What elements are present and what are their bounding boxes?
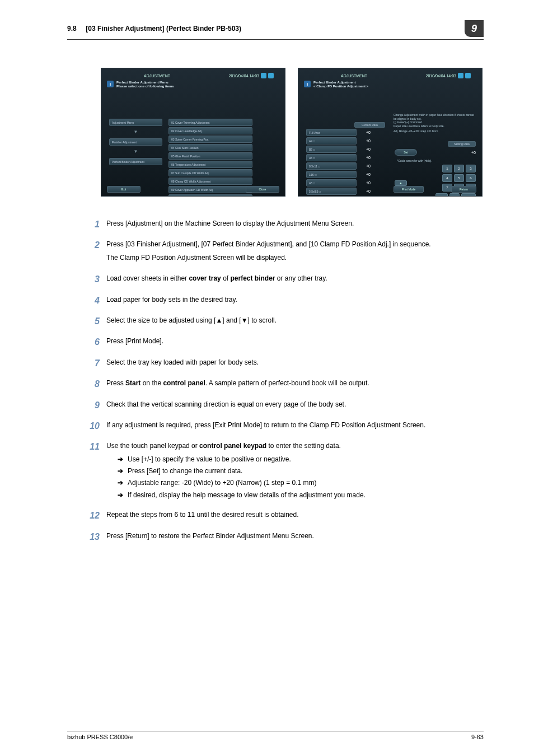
- keypad-key[interactable]: 3: [466, 165, 476, 172]
- set-button[interactable]: Set: [395, 149, 417, 156]
- step-text: Repeat the steps from 6 to 11 until the …: [106, 510, 299, 520]
- list-item[interactable]: 01 Cover Trimming Adjustment: [168, 119, 252, 126]
- set-row: Set +0: [395, 149, 476, 156]
- step-number: 8: [90, 379, 106, 391]
- list-item[interactable]: 04 Glue Start Position: [168, 144, 252, 151]
- step-body: Press [Print Mode].: [106, 337, 163, 349]
- info-icon: i: [107, 81, 114, 87]
- step-number: 3: [90, 274, 106, 287]
- size-button[interactable]: B5 □: [306, 146, 357, 153]
- help-line: Change Adjustment width in paper feed di…: [394, 113, 475, 120]
- table-row: 8.5x11 □+0: [306, 162, 390, 170]
- screen-bottom-bar: Exit Close: [107, 186, 279, 193]
- size-value: +0: [360, 172, 377, 176]
- keypad-key[interactable]: 2: [454, 165, 464, 172]
- screen-info: i Perfect Binder Adjustment < Clamp FD P…: [304, 81, 476, 88]
- table-row: B5 □+0: [306, 146, 390, 153]
- list-item[interactable]: 03 Spine Corner Forming Pos.: [168, 136, 252, 143]
- chevron-down-icon: ▼: [109, 130, 162, 134]
- step-text: Press [03 Finisher Adjustment], [07 Perf…: [106, 240, 431, 249]
- size-value: +0: [360, 156, 377, 160]
- sub-list: ➔Use [+/-] to specify the value to be po…: [106, 455, 366, 501]
- steps-list: 1Press [Adjustment] on the Machine Scree…: [90, 219, 484, 544]
- scroll-up-button[interactable]: ▲: [395, 180, 407, 186]
- step: 13Press [Return] to restore the Perfect …: [90, 531, 484, 544]
- help-icon[interactable]: [268, 73, 274, 78]
- size-button[interactable]: 8.5x11 □: [306, 162, 357, 170]
- breadcrumb-adjustment[interactable]: Adjustment Menu: [109, 119, 162, 126]
- size-button[interactable]: 5.5x8.5 □: [306, 188, 357, 195]
- breadcrumb-finisher[interactable]: Finisher Adjustment: [109, 138, 162, 146]
- keypad-clear[interactable]: Clear: [461, 193, 476, 197]
- list-item[interactable]: 10 Clamp FD Position Adj.: [168, 194, 252, 197]
- list-item[interactable]: 05 Glue Finish Position: [168, 152, 252, 160]
- step-body: Load paper for body sets in the desired …: [106, 295, 237, 308]
- step-number: 11: [90, 441, 106, 502]
- sub-item: ➔Adjustable range: -20 (Wide) to +20 (Na…: [118, 478, 366, 488]
- keypad-key[interactable]: 4: [442, 174, 452, 182]
- exit-button[interactable]: Exit: [107, 186, 140, 193]
- keypad-key[interactable]: 0: [449, 193, 460, 197]
- step-number: 10: [90, 421, 106, 433]
- size-value: +0: [360, 147, 377, 151]
- size-button[interactable]: A5 □: [306, 154, 357, 161]
- size-value: +0: [360, 139, 377, 143]
- breadcrumb-perfect-binder[interactable]: Perfect Binder Adjustment: [109, 158, 162, 165]
- sub-text: Use [+/-] to specify the value to be pos…: [128, 455, 291, 464]
- step-number: 2: [90, 240, 106, 266]
- help-line: Paper size used here refers to body size…: [394, 124, 475, 128]
- step-body: Check that the vertical scanning directi…: [106, 400, 346, 413]
- step-text: Press Start on the control panel. A samp…: [106, 379, 369, 388]
- step: 4Load paper for body sets in the desired…: [90, 295, 484, 308]
- arrow-icon: ➔: [118, 455, 128, 464]
- footer-row: bizhub PRESS C8000/e 9-63: [67, 734, 484, 740]
- size-button[interactable]: Full Area: [306, 129, 357, 136]
- step-text: Select the size to be adjusted using [▲]…: [106, 316, 277, 325]
- header-title: 9.8 [03 Finisher Adjustment] (Perfect Bi…: [67, 25, 241, 32]
- help-icon[interactable]: [465, 73, 471, 78]
- setting-value: +0: [471, 151, 476, 155]
- step-text: The Clamp FD Position Adjustment Screen …: [106, 253, 431, 263]
- screen-bottom-bar: Print Mode Return: [394, 186, 476, 193]
- screen-info: i Perfect Binder Adjustment Menu Please …: [107, 81, 279, 88]
- keypad-key[interactable]: 6: [466, 174, 476, 182]
- arrow-icon: ➔: [118, 478, 128, 488]
- size-button[interactable]: A4 □: [306, 137, 357, 144]
- section-number: 9.8: [67, 25, 77, 32]
- step-text: Load paper for body sets in the desired …: [106, 295, 237, 305]
- arrow-icon: ➔: [118, 491, 128, 500]
- step-body: Select the tray key loaded with paper fo…: [106, 358, 259, 371]
- keypad-key[interactable]: 1: [442, 165, 452, 172]
- close-button[interactable]: Close: [246, 186, 279, 193]
- list-item[interactable]: 02 Cover Lead Edge Adj.: [168, 127, 252, 134]
- list-item[interactable]: 07 Sub Compile CD Width Adj.: [168, 169, 252, 176]
- chevron-down-icon: ▼: [109, 150, 162, 153]
- info-text: Perfect Binder Adjustment Menu Please se…: [116, 81, 174, 88]
- info-line2: < Clamp FD Position Adjustment >: [313, 85, 368, 88]
- print-mode-button[interactable]: Print Mode: [394, 186, 424, 193]
- size-button[interactable]: A5 □: [306, 179, 357, 186]
- step: 6Press [Print Mode].: [90, 337, 484, 349]
- setting-data-label: Setting Data: [448, 141, 476, 147]
- step: 11Use the touch panel keypad or control …: [90, 441, 484, 502]
- return-button[interactable]: Return: [451, 186, 476, 193]
- step-number: 4: [90, 295, 106, 308]
- page-header: 9.8 [03 Finisher Adjustment] (Perfect Bi…: [67, 20, 484, 37]
- help-note: *Guide can refer with [Help].: [397, 159, 476, 162]
- table-row: A4 □+0: [306, 137, 390, 144]
- list-item[interactable]: 08 Clamp CD Width Adjustment: [168, 178, 252, 185]
- table-row: A5 □+0: [306, 179, 390, 186]
- keypad-plusminus[interactable]: +/-: [435, 193, 448, 197]
- size-button[interactable]: 16K □: [306, 171, 357, 178]
- step-number: 1: [90, 219, 106, 232]
- info-line1: Perfect Binder Adjustment: [313, 81, 368, 85]
- keypad-key[interactable]: 5: [454, 174, 464, 182]
- header-rule: [67, 39, 484, 40]
- list-item[interactable]: 06 Temperature Adjustment: [168, 161, 252, 168]
- screen-topbar: ADJUSTMENT 2010/04/04 14:03: [338, 72, 471, 80]
- help-text: Change Adjustment width in paper feed di…: [394, 113, 475, 133]
- step-body: Load cover sheets in either cover tray o…: [106, 274, 327, 287]
- info-text: Perfect Binder Adjustment < Clamp FD Pos…: [313, 81, 368, 88]
- info-line1: Perfect Binder Adjustment Menu: [116, 81, 174, 85]
- screen-name: ADJUSTMENT: [338, 73, 371, 78]
